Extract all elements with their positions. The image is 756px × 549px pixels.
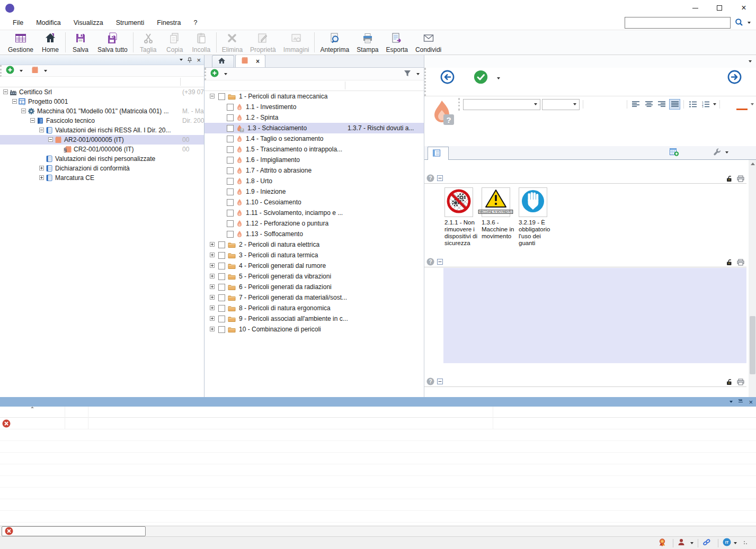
- numbered-list-button[interactable]: 123: [700, 99, 711, 110]
- pericolo-item[interactable]: 8 - Pericoli di natura ergonomica: [204, 303, 424, 313]
- debugger-close-button[interactable]: ×: [749, 398, 753, 406]
- tree-item[interactable]: Certifico Srl(+39 075: [0, 87, 204, 97]
- pericolo-item[interactable]: 1.11 - Scivolamento, inciampo e ...: [204, 208, 424, 218]
- pericolo-item[interactable]: 2 - Pericoli di natura elettrica: [204, 239, 424, 250]
- checkbox[interactable]: [218, 263, 225, 269]
- checkbox[interactable]: [227, 178, 234, 185]
- expander-icon[interactable]: [21, 107, 26, 115]
- help-icon[interactable]: ?: [426, 258, 434, 267]
- checkbox[interactable]: [218, 241, 225, 248]
- checkbox[interactable]: [218, 284, 225, 291]
- expander-icon[interactable]: [210, 294, 215, 301]
- salva-button[interactable]: Salva: [67, 30, 94, 55]
- vertical-scrollbar[interactable]: [749, 160, 756, 397]
- checkbox[interactable]: [227, 220, 234, 227]
- lock-icon[interactable]: [726, 378, 733, 387]
- overflow-chevron-icon[interactable]: [749, 60, 752, 62]
- collapse-icon[interactable]: [437, 175, 443, 183]
- expander-icon[interactable]: [210, 262, 215, 269]
- tree-item[interactable]: Macchina 001 "Modello 001" (Matricola 00…: [0, 106, 204, 116]
- salva-tutto-button[interactable]: Salva tutto: [94, 30, 131, 55]
- condividi-button[interactable]: Condividi: [412, 30, 445, 55]
- menu-item-[interactable]: ?: [187, 17, 203, 29]
- successivo-button[interactable]: [717, 69, 752, 95]
- resize-grip[interactable]: [743, 541, 749, 546]
- sign-prohibition[interactable]: [444, 187, 473, 217]
- link-status[interactable]: [702, 538, 714, 548]
- expander-icon[interactable]: [39, 165, 44, 172]
- expander-icon[interactable]: [39, 174, 44, 182]
- user-status[interactable]: [678, 538, 693, 547]
- lock-icon[interactable]: [726, 175, 733, 184]
- chevron-down-icon[interactable]: [497, 77, 500, 79]
- chevron-down-icon[interactable]: [713, 103, 716, 105]
- search-input[interactable]: [625, 17, 731, 29]
- checkbox[interactable]: [227, 167, 234, 174]
- pericolo-item[interactable]: 6 - Pericoli generati da radiazioni: [204, 282, 424, 292]
- font-color-button[interactable]: [736, 98, 748, 110]
- help-icon[interactable]: ?: [426, 174, 434, 184]
- font-family-select[interactable]: [463, 99, 540, 110]
- tab-home-dashboard[interactable]: [212, 55, 234, 67]
- pericolo-item[interactable]: ?1.3 - Schiacciamento1.3.7 - Rischi dovu…: [204, 123, 424, 133]
- pericolo-item[interactable]: 1.2 - Spinta: [204, 112, 424, 123]
- directive-status[interactable]: [659, 538, 669, 548]
- checkbox[interactable]: [218, 93, 225, 100]
- pin-button[interactable]: [187, 57, 192, 63]
- presente-button[interactable]: [465, 69, 496, 95]
- pericolo-item[interactable]: 3 - Pericoli di natura termica: [204, 250, 424, 260]
- menu-item-modifica[interactable]: Modifica: [30, 17, 67, 29]
- tab-ar-001[interactable]: [428, 147, 449, 160]
- checkbox[interactable]: [227, 114, 234, 121]
- font-grow-button[interactable]: [723, 99, 734, 110]
- checkbox[interactable]: [218, 252, 225, 259]
- align-center-button[interactable]: [643, 99, 654, 110]
- pericolo-item[interactable]: 1 - Pericoli di natura meccanica: [204, 91, 424, 102]
- help-icon[interactable]: ?: [426, 377, 434, 387]
- home-button[interactable]: Home: [37, 30, 64, 55]
- checkbox[interactable]: [227, 104, 234, 111]
- debugger-pin-button[interactable]: [738, 399, 743, 405]
- checkbox[interactable]: [218, 316, 225, 322]
- checkbox[interactable]: [227, 146, 234, 153]
- expander-icon[interactable]: [210, 251, 215, 259]
- expander-icon[interactable]: [210, 241, 215, 248]
- debugger-tab[interactable]: [2, 526, 146, 536]
- expander-icon[interactable]: [210, 304, 215, 312]
- pericolo-item[interactable]: 10 - Combinazione di pericoli: [204, 324, 424, 335]
- checkbox[interactable]: [218, 326, 225, 333]
- expander-icon[interactable]: [210, 283, 215, 291]
- panel-close-button[interactable]: ×: [197, 56, 201, 64]
- sign-warning[interactable]: MACCHINE IN MOVIMENTO: [482, 187, 510, 217]
- pericolo-item[interactable]: 5 - Pericoli generati da vibrazioni: [204, 271, 424, 282]
- pericolo-item[interactable]: 1.10 - Cesoiamento: [204, 197, 424, 208]
- tree-item[interactable]: Marcatura CE: [0, 173, 204, 183]
- print-icon[interactable]: [737, 259, 744, 267]
- anteprima-button[interactable]: Anteprima: [316, 30, 353, 55]
- sign-mandatory[interactable]: [519, 187, 547, 217]
- expander-icon[interactable]: [48, 136, 53, 143]
- tree-item[interactable]: Valutazioni dei rischi personalizzate: [0, 154, 204, 164]
- menu-item-file[interactable]: File: [6, 17, 30, 29]
- expander-icon[interactable]: [210, 273, 215, 280]
- minimize-button[interactable]: [683, 0, 707, 16]
- pericolo-item[interactable]: 1.5 - Trascinamento o intrappola...: [204, 144, 424, 155]
- column-divider[interactable]: [180, 78, 181, 86]
- tree-item[interactable]: AR2-001/000005 (IT)00: [0, 135, 204, 145]
- tree-item[interactable]: Fascicolo tecnicoDir. 2006: [0, 116, 204, 125]
- strumenti-button[interactable]: [713, 148, 728, 157]
- tree-item[interactable]: §CR2-001/000006 (IT)00: [0, 145, 204, 154]
- add-scheda-button[interactable]: [670, 148, 681, 158]
- bold-button[interactable]: [586, 99, 598, 110]
- menu-item-strumenti[interactable]: Strumenti: [110, 17, 151, 29]
- pericolo-item[interactable]: 1.4 - Taglio o sezionamento: [204, 133, 424, 144]
- pericolo-item[interactable]: 1.9 - Iniezione: [204, 186, 424, 197]
- checkbox[interactable]: [227, 125, 234, 132]
- expander-icon[interactable]: [210, 93, 215, 100]
- underline-button[interactable]: [612, 99, 623, 110]
- scrollbar-thumb[interactable]: [750, 316, 755, 374]
- tree-item[interactable]: Valutazioni dei rischi RESS All. I Dir. …: [0, 125, 204, 135]
- menu-item-finestra[interactable]: Finestra: [150, 17, 187, 29]
- search-scope-button[interactable]: [735, 18, 751, 28]
- error-row[interactable]: [0, 418, 756, 429]
